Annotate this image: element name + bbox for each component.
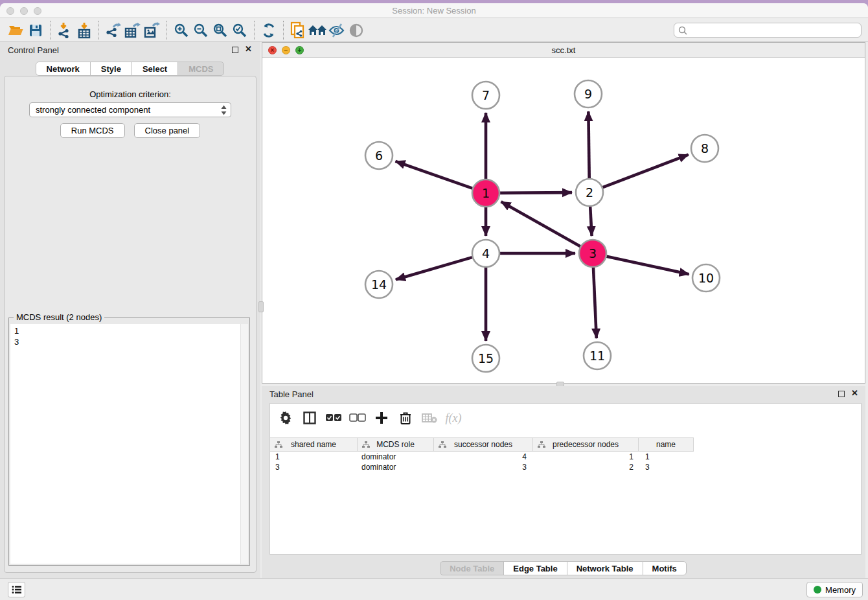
graph-node-label-3: 3 [589, 246, 597, 260]
open-file-icon[interactable] [6, 21, 26, 40]
column-tree-icon [275, 441, 282, 448]
graph-edge-1-6[interactable] [395, 161, 472, 189]
tab-edge-table[interactable]: Edge Table [503, 561, 567, 575]
unselect-all-columns-icon[interactable] [348, 409, 367, 427]
graph-edge-2-8[interactable] [603, 155, 689, 188]
criterion-value: strongly connected component [36, 105, 150, 115]
cell-name[interactable]: 3 [639, 463, 694, 473]
memory-status-icon [814, 586, 821, 594]
column-header-MCDS-role[interactable]: MCDS role [358, 438, 434, 451]
window-title: Session: New Session [0, 6, 868, 16]
network-canvas[interactable]: 7968124314101511 [262, 58, 865, 383]
task-history-button[interactable] [8, 582, 25, 597]
table-row[interactable]: 1dominator411 [270, 452, 861, 463]
search-input[interactable] [691, 26, 857, 35]
network-graph[interactable]: 7968124314101511 [262, 58, 865, 383]
delete-column-icon[interactable] [396, 409, 415, 427]
table-row[interactable]: 3dominator323 [270, 463, 861, 473]
import-network-icon[interactable] [55, 21, 74, 40]
refresh-icon[interactable] [259, 21, 279, 40]
function-builder-icon[interactable]: f(x) [444, 409, 463, 427]
graph-node-label-11: 11 [589, 349, 605, 363]
search-field[interactable] [674, 23, 862, 38]
tab-node-table[interactable]: Node Table [440, 561, 504, 575]
graph-edge-1-2[interactable] [500, 192, 572, 193]
close-table-panel-icon[interactable]: ✕ [851, 388, 858, 398]
delete-table-icon[interactable] [420, 409, 439, 427]
cell-shared_name[interactable]: 3 [270, 463, 358, 473]
cell-mcds_role[interactable]: dominator [358, 452, 434, 463]
toolbar-separator [166, 21, 167, 40]
column-tree-icon [538, 441, 545, 448]
export-image-icon[interactable] [143, 21, 162, 40]
control-panel-title: Control Panel [8, 45, 59, 55]
result-scrollbar[interactable] [240, 324, 248, 564]
zoom-out-icon[interactable] [191, 21, 211, 40]
graph-edge-2-9[interactable] [588, 111, 589, 178]
column-header-shared-name[interactable]: shared name [270, 438, 358, 451]
show-column-panel-icon[interactable] [301, 409, 319, 427]
select-all-columns-icon[interactable] [325, 409, 343, 427]
vertical-divider-handle[interactable] [258, 301, 264, 312]
cell-name[interactable]: 1 [639, 452, 694, 463]
cell-successor_nodes[interactable]: 3 [434, 463, 533, 473]
zoom-in-icon[interactable] [172, 21, 191, 40]
toolbar-separator [50, 21, 51, 40]
export-network-icon[interactable] [104, 21, 123, 40]
criterion-dropdown[interactable]: strongly connected component [29, 102, 231, 117]
add-column-icon[interactable] [372, 409, 391, 427]
network-window-titlebar[interactable]: × − + scc.txt [262, 43, 865, 58]
graph-edge-2-3[interactable] [590, 207, 591, 236]
tab-mcds[interactable]: MCDS [177, 62, 224, 76]
float-panel-icon[interactable] [232, 47, 238, 53]
tab-network[interactable]: Network [36, 62, 91, 76]
cell-shared_name[interactable]: 1 [270, 452, 358, 463]
tab-select[interactable]: Select [131, 62, 178, 76]
graph-edge-4-14[interactable] [396, 257, 472, 279]
table-body: 1dominator4113dominator323 [270, 452, 861, 473]
graph-node-label-6: 6 [375, 148, 383, 163]
tab-network-table[interactable]: Network Table [567, 561, 643, 575]
cell-predecessor_nodes[interactable]: 1 [533, 452, 639, 463]
graph-edge-3-1[interactable] [501, 202, 580, 246]
zoom-fit-icon[interactable] [211, 21, 230, 40]
column-header-predecessor-nodes[interactable]: predecessor nodes [533, 438, 639, 451]
duplicate-network-icon[interactable] [288, 21, 308, 40]
import-table-icon[interactable] [74, 21, 94, 40]
list-icon [12, 585, 22, 594]
cell-predecessor_nodes[interactable]: 2 [533, 463, 639, 473]
graph-edge-3-11[interactable] [593, 268, 597, 338]
node-table-container: f(x) shared nameMCDS rolesuccessor nodes… [269, 403, 862, 555]
tab-motifs[interactable]: Motifs [643, 561, 687, 575]
run-mcds-button[interactable]: Run MCDS [60, 123, 125, 138]
save-session-icon[interactable] [26, 21, 45, 40]
table-panel-title: Table Panel [269, 389, 314, 399]
control-panel-header: Control Panel ✕ [0, 42, 260, 58]
close-panel-icon[interactable]: ✕ [245, 44, 252, 54]
graph-node-label-8: 8 [701, 141, 709, 156]
memory-label: Memory [825, 585, 856, 595]
app-window: Session: New Session [0, 3, 868, 600]
column-header-name[interactable]: name [639, 438, 694, 451]
tab-style[interactable]: Style [90, 62, 132, 76]
graph-edge-3-10[interactable] [606, 257, 689, 275]
column-tree-icon [439, 441, 446, 448]
zoom-selected-icon[interactable] [230, 21, 249, 40]
mcds-result-group: MCDS result (2 nodes) 1 3 [8, 317, 250, 566]
close-panel-button[interactable]: Close panel [134, 123, 201, 138]
control-panel-tabs: Network Style Select MCDS [0, 62, 260, 76]
graph-node-label-1: 1 [482, 186, 490, 200]
show-details-icon[interactable] [347, 21, 366, 40]
settings-gear-icon[interactable] [277, 409, 295, 427]
float-table-panel-icon[interactable] [838, 391, 845, 397]
cell-successor_nodes[interactable]: 4 [434, 452, 533, 463]
mcds-result-text[interactable]: 1 3 [10, 324, 248, 564]
mcds-result-title: MCDS result (2 nodes) [14, 312, 104, 322]
cell-mcds_role[interactable]: dominator [358, 463, 434, 473]
graph-node-label-7: 7 [482, 88, 490, 102]
memory-button[interactable]: Memory [806, 582, 863, 597]
column-header-successor-nodes[interactable]: successor nodes [434, 438, 533, 451]
home-layout-icon[interactable] [308, 21, 327, 40]
export-table-icon[interactable] [123, 21, 143, 40]
hide-graphics-icon[interactable] [327, 21, 347, 40]
